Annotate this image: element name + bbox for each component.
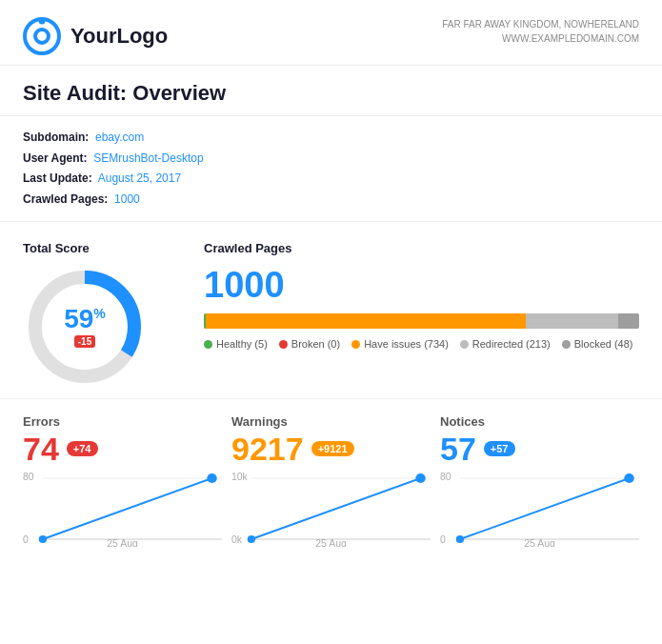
warnings-title: Warnings bbox=[231, 414, 431, 429]
total-score-section: Total Score 59% -15 bbox=[23, 241, 175, 389]
donut-center: 59% -15 bbox=[64, 306, 106, 348]
legend-blocked: Blocked (48) bbox=[562, 338, 633, 350]
total-score-title: Total Score bbox=[23, 241, 175, 255]
user-agent-value: SEMrushBot-Desktop bbox=[93, 151, 203, 165]
seg-issues bbox=[206, 313, 525, 329]
warnings-chart: 10k 0k 25 Aug bbox=[231, 471, 431, 547]
charts-row: Errors 74 +74 80 0 bbox=[0, 399, 662, 547]
seg-redirected bbox=[526, 313, 618, 329]
company-line2: WWW.EXAMPLEDOMAIN.COM bbox=[442, 31, 639, 46]
warnings-value-row: 9217 +9121 bbox=[231, 433, 431, 465]
errors-value: 74 bbox=[23, 433, 59, 465]
seg-blocked bbox=[618, 313, 639, 329]
company-line1: FAR FAR AWAY KINGDOM, NOWHERELAND bbox=[442, 17, 639, 31]
legend-healthy-label: Healthy (5) bbox=[216, 338, 268, 350]
warnings-chart-svg: 10k 0k 25 Aug bbox=[231, 471, 431, 547]
metrics-row: Total Score 59% -15 bbox=[0, 222, 662, 399]
page-title: Site Audit: Overview bbox=[0, 66, 662, 116]
svg-text:10k: 10k bbox=[231, 473, 249, 483]
errors-chart: 80 0 25 Aug bbox=[23, 471, 222, 547]
last-update-value: August 25, 2017 bbox=[98, 171, 181, 185]
errors-block: Errors 74 +74 80 0 bbox=[23, 414, 231, 547]
notices-chart: 80 0 25 Aug bbox=[440, 471, 639, 547]
svg-point-23 bbox=[456, 535, 464, 543]
page: YourLogo FAR FAR AWAY KINGDOM, NOWHERELA… bbox=[0, 0, 662, 644]
errors-chart-svg: 80 0 25 Aug bbox=[23, 471, 222, 547]
progress-bar bbox=[204, 313, 639, 329]
company-info: FAR FAR AWAY KINGDOM, NOWHERELAND WWW.EX… bbox=[442, 17, 639, 46]
svg-point-9 bbox=[39, 535, 47, 543]
legend-healthy: Healthy (5) bbox=[204, 338, 268, 350]
logo-text: YourLogo bbox=[70, 24, 168, 49]
notices-title: Notices bbox=[440, 414, 639, 429]
dot-issues bbox=[351, 340, 360, 349]
errors-value-row: 74 +74 bbox=[23, 433, 222, 465]
svg-text:25 Aug: 25 Aug bbox=[315, 539, 347, 548]
warnings-block: Warnings 9217 +9121 10k 0k 25 Aug bbox=[231, 414, 440, 547]
logo-area: YourLogo bbox=[23, 17, 168, 55]
notices-block: Notices 57 +57 80 0 25 Aug bbox=[440, 414, 639, 547]
legend-broken: Broken (0) bbox=[279, 338, 340, 350]
legend: Healthy (5) Broken (0) Have issues (734)… bbox=[204, 338, 639, 350]
svg-point-17 bbox=[415, 473, 425, 483]
dot-broken bbox=[279, 340, 288, 349]
legend-blocked-label: Blocked (48) bbox=[574, 338, 633, 350]
warnings-badge: +9121 bbox=[311, 441, 354, 456]
donut-percent: 59% bbox=[64, 306, 106, 332]
legend-issues: Have issues (734) bbox=[351, 338, 449, 350]
legend-redirected: Redirected (213) bbox=[460, 338, 551, 350]
crawled-count: 1000 bbox=[204, 265, 639, 306]
meta-subdomain: Subdomain: ebay.com bbox=[23, 128, 639, 149]
svg-text:80: 80 bbox=[440, 473, 451, 483]
logo-icon bbox=[23, 17, 61, 55]
svg-text:0: 0 bbox=[23, 535, 29, 546]
errors-badge: +74 bbox=[67, 441, 98, 456]
legend-redirected-label: Redirected (213) bbox=[472, 338, 551, 350]
meta-user-agent: User Agent: SEMrushBot-Desktop bbox=[23, 149, 639, 170]
donut-badge: -15 bbox=[74, 335, 95, 348]
notices-badge: +57 bbox=[484, 441, 515, 456]
svg-text:0: 0 bbox=[440, 535, 446, 546]
header: YourLogo FAR FAR AWAY KINGDOM, NOWHERELA… bbox=[0, 0, 662, 66]
last-update-label: Last Update: bbox=[23, 171, 92, 185]
crawled-pages-label: Crawled Pages: bbox=[23, 192, 108, 206]
svg-text:0k: 0k bbox=[231, 535, 243, 546]
subdomain-label: Subdomain: bbox=[23, 131, 89, 144]
svg-point-10 bbox=[207, 473, 216, 483]
legend-issues-label: Have issues (734) bbox=[364, 338, 449, 350]
svg-text:25 Aug: 25 Aug bbox=[524, 539, 555, 548]
donut-wrapper: 59% -15 bbox=[23, 265, 147, 389]
svg-point-24 bbox=[624, 473, 633, 483]
subdomain-value: ebay.com bbox=[95, 131, 144, 144]
meta-section: Subdomain: ebay.com User Agent: SEMrushB… bbox=[0, 116, 662, 222]
errors-title: Errors bbox=[23, 414, 222, 429]
notices-value-row: 57 +57 bbox=[440, 433, 639, 465]
crawled-pages-title: Crawled Pages bbox=[204, 241, 639, 255]
crawled-pages-meta-value: 1000 bbox=[114, 192, 140, 206]
crawled-pages-section: Crawled Pages 1000 Healthy (5) Broken (0… bbox=[204, 241, 639, 389]
svg-point-1 bbox=[35, 30, 49, 43]
dot-redirected bbox=[460, 340, 469, 349]
meta-last-update: Last Update: August 25, 2017 bbox=[23, 169, 639, 190]
dot-blocked bbox=[562, 340, 571, 349]
dot-healthy bbox=[204, 340, 212, 349]
notices-chart-svg: 80 0 25 Aug bbox=[440, 471, 639, 547]
notices-value: 57 bbox=[440, 433, 476, 465]
svg-point-2 bbox=[39, 18, 46, 25]
warnings-value: 9217 bbox=[231, 433, 304, 465]
svg-text:80: 80 bbox=[23, 473, 34, 483]
user-agent-label: User Agent: bbox=[23, 151, 88, 165]
svg-text:25 Aug: 25 Aug bbox=[107, 539, 138, 548]
svg-point-16 bbox=[248, 535, 255, 543]
legend-broken-label: Broken (0) bbox=[291, 338, 340, 350]
meta-crawled-pages: Crawled Pages: 1000 bbox=[23, 190, 639, 211]
